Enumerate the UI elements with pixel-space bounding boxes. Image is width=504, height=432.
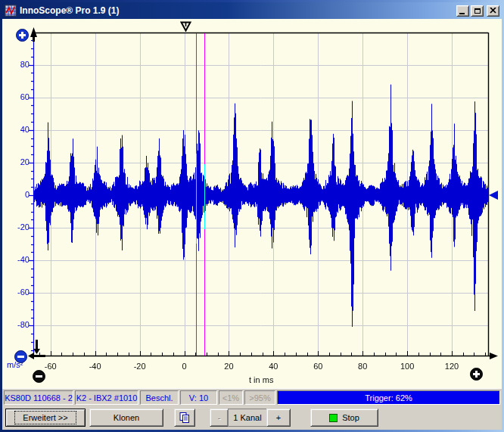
y-tick-label: -20: [7, 222, 30, 232]
trigger-progress-label: Trigger: 62%: [365, 393, 412, 402]
maximize-icon: [474, 8, 481, 14]
stop-button[interactable]: Stop: [310, 409, 378, 427]
minus-icon: [17, 356, 24, 358]
klonen-button[interactable]: Klonen: [89, 409, 163, 427]
stop-running-indicator-icon: [329, 414, 338, 422]
x-tick-label: 60: [305, 362, 331, 371]
cursor-line-magenta[interactable]: [204, 33, 205, 356]
status-cell: <1%: [219, 390, 243, 405]
erweitert-button-label: Erweitert >>: [14, 411, 76, 424]
x-tick-label: -60: [38, 362, 64, 371]
status-cell: K2 - IBX2 #1010: [75, 390, 138, 405]
horizontal-zoom-in-button[interactable]: [470, 368, 483, 381]
x-tick-label: 100: [394, 362, 420, 371]
x-tick-label: 0: [172, 362, 198, 371]
x-tick-label: -20: [127, 362, 153, 371]
scope-display: m/s² t in ms -60-40-20020406080100120806…: [2, 19, 502, 388]
maximize-button[interactable]: [471, 5, 484, 17]
minimize-icon: [459, 13, 465, 14]
status-bar: KS80D 110668 - 2K2 - IBX2 #1010Beschl.V:…: [2, 388, 502, 406]
app-window: InnoScope® Pro 1.9 (1) m/s² t in ms -60-…: [0, 0, 504, 432]
app-icon: [5, 5, 17, 17]
stop-button-label: Stop: [342, 413, 359, 422]
x-axis-label: t in ms: [249, 375, 273, 384]
channel-minus-label: -: [218, 413, 221, 422]
copy-icon: [179, 412, 191, 424]
x-tick-label: -40: [82, 362, 108, 371]
status-cell: Beschl.: [140, 390, 179, 405]
y-tick-label: 40: [7, 125, 30, 134]
window-title: InnoScope® Pro 1.9 (1): [20, 5, 455, 16]
trigger-time-marker[interactable]: [180, 21, 191, 32]
cursor-line-teal[interactable]: [196, 33, 197, 356]
horizontal-zoom-out-button[interactable]: [33, 370, 45, 383]
plus-icon: [473, 373, 480, 375]
klonen-button-label: Klonen: [114, 413, 139, 422]
channel-plus-button[interactable]: +: [266, 409, 291, 427]
close-button[interactable]: [487, 5, 499, 17]
close-icon: [490, 8, 496, 14]
y-tick-label: -80: [7, 320, 30, 329]
vertical-zoom-out-button[interactable]: [14, 350, 27, 363]
status-cell: >95%: [244, 390, 275, 405]
channel-count-display: 1 Kanal: [228, 409, 267, 427]
x-tick-label: 40: [260, 362, 286, 371]
x-tick-label: 120: [439, 362, 465, 371]
status-cell: V: 10: [180, 390, 217, 405]
zero-level-marker[interactable]: [489, 191, 498, 200]
minimize-button[interactable]: [456, 5, 469, 17]
bottom-toolbar: Erweitert >> Klonen - 1 Kanal +: [2, 406, 502, 430]
cursor-highlight-segment: [204, 164, 205, 229]
channel-minus-button[interactable]: -: [210, 409, 229, 427]
y-tick-label: -60: [7, 287, 30, 297]
trigger-progress-bar: Trigger: 62%: [277, 390, 500, 405]
y-tick-label: 80: [7, 60, 30, 69]
x-tick-label: 80: [350, 362, 375, 371]
waveform-plot-canvas: [2, 19, 502, 388]
minus-icon: [36, 375, 42, 378]
copy-button[interactable]: [174, 409, 195, 427]
status-cell: KS80D 110668 - 2: [4, 390, 73, 405]
cursor-highlight-segment: [196, 154, 197, 244]
vertical-zoom-in-button[interactable]: [16, 29, 29, 42]
plus-icon: [19, 34, 26, 36]
y-tick-label: 60: [7, 92, 30, 101]
y-tick-label: 0: [7, 190, 30, 199]
x-tick-label: 20: [216, 362, 241, 371]
channel-count-label: 1 Kanal: [233, 413, 261, 422]
y-tick-label: 20: [7, 157, 30, 166]
channel-plus-label: +: [276, 413, 281, 422]
erweitert-button[interactable]: Erweitert >>: [5, 409, 86, 427]
title-bar[interactable]: InnoScope® Pro 1.9 (1): [2, 2, 502, 19]
y-tick-label: -40: [7, 255, 30, 264]
